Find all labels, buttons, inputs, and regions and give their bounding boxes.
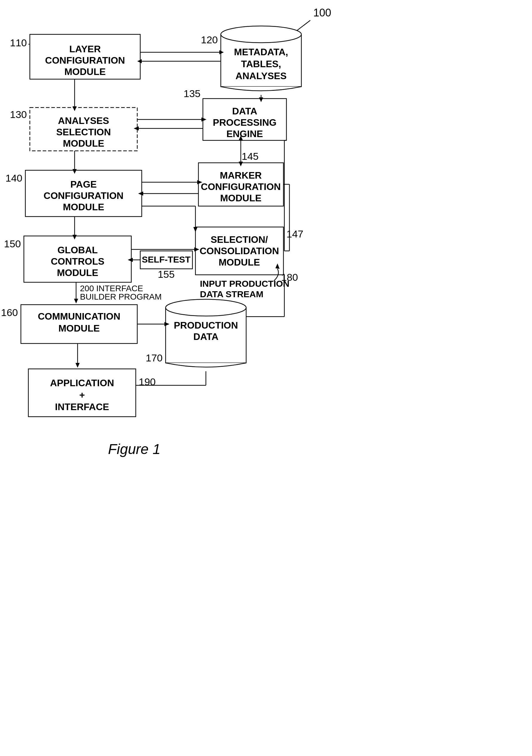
interface-builder-ref: 200 INTERFACE <box>80 284 143 293</box>
sel-consol-label2: CONSOLIDATION <box>200 246 279 256</box>
analyses-sel-label2: SELECTION <box>56 127 111 137</box>
page-config-label2: CONFIGURATION <box>43 190 123 201</box>
ref-110: 110 <box>10 37 27 48</box>
ref-147: 147 <box>287 228 303 240</box>
metadata-label: METADATA, <box>234 47 288 57</box>
global-controls-label3: MODULE <box>57 267 98 278</box>
page-config-label1: PAGE <box>70 179 97 190</box>
prod-data-label1: PRODUCTION <box>174 320 238 331</box>
svg-point-4 <box>221 26 301 43</box>
ref-150: 150 <box>4 238 21 249</box>
ref-190: 190 <box>139 376 156 388</box>
ref-120: 120 <box>201 34 218 45</box>
ref-180: 180 <box>281 272 298 283</box>
self-test-label: SELF-TEST <box>142 255 190 264</box>
global-controls-label2: CONTROLS <box>51 256 104 267</box>
comm-module-label2: MODULE <box>59 323 100 334</box>
page-config-label3: MODULE <box>63 202 104 212</box>
ref-100-label: 100 <box>313 7 331 19</box>
sel-consol-label3: MODULE <box>219 257 260 268</box>
interface-builder-label: BUILDER PROGRAM <box>80 292 162 301</box>
layer-config-label2: CONFIGURATION <box>45 55 125 66</box>
metadata-label3: ANALYSES <box>236 70 287 81</box>
svg-point-39 <box>165 299 246 316</box>
data-proc-label3: ENGINE <box>226 128 263 139</box>
metadata-label2: TABLES, <box>241 59 281 69</box>
app-interface-label2: + <box>79 390 85 400</box>
figure-caption: Figure 1 <box>108 441 161 457</box>
layer-config-label1: LAYER <box>69 43 101 54</box>
layer-config-label3: MODULE <box>64 66 106 77</box>
app-interface-label1: APPLICATION <box>50 378 114 388</box>
diagram-container: 100 METADATA, TABLES, ANALYSES 120 LAYER… <box>0 0 532 756</box>
comm-module-label1: COMMUNICATION <box>38 311 120 322</box>
prod-data-label2: DATA <box>193 331 218 342</box>
ref-140: 140 <box>5 172 22 184</box>
data-proc-label1: DATA <box>232 106 257 117</box>
marker-config-label1: MARKER <box>220 170 262 181</box>
input-prod-label2: DATA STREAM <box>200 289 264 299</box>
ref-170: 170 <box>146 352 163 364</box>
marker-config-label3: MODULE <box>220 193 262 203</box>
ref-130: 130 <box>10 109 27 120</box>
ref-145: 145 <box>242 150 259 162</box>
ref-160: 160 <box>1 307 18 318</box>
marker-config-label2: CONFIGURATION <box>201 181 281 192</box>
analyses-sel-label3: MODULE <box>63 138 104 149</box>
app-interface-label3: INTERFACE <box>55 401 109 412</box>
global-controls-label1: GLOBAL <box>57 245 98 256</box>
ref-135: 135 <box>184 88 200 99</box>
sel-consol-label1: SELECTION/ <box>211 234 268 245</box>
analyses-sel-label1: ANALYSES <box>58 115 109 126</box>
data-proc-label2: PROCESSING <box>213 117 276 128</box>
ref-155: 155 <box>158 269 175 280</box>
input-prod-label1: INPUT PRODUCTION <box>200 279 290 288</box>
